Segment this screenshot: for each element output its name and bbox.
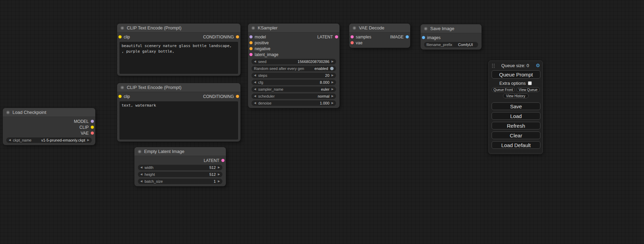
widget-value: 1.000 (320, 101, 329, 105)
collapse-dot-icon[interactable] (138, 150, 141, 153)
CONDITIONING-output-dot[interactable] (236, 35, 239, 38)
node-body: imagesfilename_prefixComfyUI (421, 33, 482, 49)
node-body: clipCONDITIONINGtext, watermark (117, 92, 240, 142)
widget-steps[interactable]: ◀steps20▶ (252, 73, 336, 78)
decrement-arrow-icon[interactable]: ◀ (9, 139, 11, 142)
increment-arrow-icon[interactable]: ▶ (87, 139, 89, 142)
node-title-bar[interactable]: KSampler (248, 24, 339, 33)
samples-input-dot[interactable] (351, 35, 354, 38)
drag-handle-icon[interactable] (491, 63, 495, 68)
node-clip-text-encode-negative[interactable]: CLIP Text Encode (Prompt)clipCONDITIONIN… (117, 83, 240, 142)
node-clip-text-encode-positive[interactable]: CLIP Text Encode (Prompt)clipCONDITIONIN… (117, 24, 240, 76)
decrement-arrow-icon[interactable]: ◀ (254, 60, 256, 63)
load-default-button[interactable]: Load Default (492, 141, 540, 149)
node-title-bar[interactable]: Empty Latent Image (134, 147, 226, 156)
settings-gear-icon[interactable]: ⚙ (536, 63, 540, 68)
widget-height[interactable]: ◀height512▶ (138, 172, 222, 177)
increment-arrow-icon[interactable]: ▶ (332, 60, 334, 63)
decrement-arrow-icon[interactable]: ◀ (254, 95, 256, 98)
queue-panel: Queue size: 0 ⚙ Queue Prompt Extra optio… (488, 61, 543, 154)
refresh-button[interactable]: Refresh (492, 122, 540, 129)
load-button[interactable]: Load (492, 112, 540, 120)
collapse-dot-icon[interactable] (121, 86, 124, 89)
widget-batch_size[interactable]: ◀batch_size1▶ (138, 179, 222, 184)
VAE-output-dot[interactable] (91, 132, 94, 135)
increment-arrow-icon[interactable]: ▶ (218, 180, 220, 183)
widget-value: 512 (209, 172, 215, 177)
decrement-arrow-icon[interactable]: ◀ (140, 166, 142, 169)
LATENT-output-dot[interactable] (335, 35, 338, 38)
view-history-button[interactable]: View History (503, 93, 529, 98)
node-empty-latent-image[interactable]: Empty Latent ImageLATENT◀width512▶◀heigh… (134, 147, 226, 186)
prompt-textarea[interactable]: text, watermark (120, 101, 238, 139)
LATENT-output-dot[interactable] (221, 159, 224, 162)
widget-denoise[interactable]: ◀denoise1.000▶ (252, 100, 336, 106)
MODEL-output-dot[interactable] (91, 120, 94, 123)
node-title-bar[interactable]: Save Image (421, 24, 482, 33)
widget-filename_prefix[interactable]: filename_prefixComfyUI (424, 42, 478, 47)
increment-arrow-icon[interactable]: ▶ (332, 102, 334, 105)
queue-prompt-button[interactable]: Queue Prompt (492, 70, 540, 79)
node-title-bar[interactable]: CLIP Text Encode (Prompt) (117, 24, 240, 33)
increment-arrow-icon[interactable]: ▶ (332, 88, 334, 91)
clear-button[interactable]: Clear (492, 132, 540, 139)
increment-arrow-icon[interactable]: ▶ (332, 95, 334, 98)
decrement-arrow-icon[interactable]: ◀ (140, 173, 142, 176)
vae-input-dot[interactable] (351, 41, 354, 44)
increment-arrow-icon[interactable]: ▶ (218, 173, 220, 176)
node-title-bar[interactable]: VAE Decode (349, 24, 410, 33)
widget-label: Random seed after every gen (254, 66, 304, 71)
increment-arrow-icon[interactable]: ▶ (332, 74, 334, 77)
toggle-knob-icon[interactable] (330, 67, 334, 70)
input-slot-label: latent_image (255, 52, 279, 57)
collapse-dot-icon[interactable] (353, 26, 356, 30)
extra-options-checkbox[interactable] (528, 81, 532, 85)
input-slot-clip: clip (118, 94, 130, 99)
widget-seed[interactable]: ◀seed156680208700286▶ (252, 59, 336, 64)
collapse-dot-icon[interactable] (424, 27, 427, 30)
collapse-dot-icon[interactable] (6, 111, 10, 114)
prompt-textarea[interactable]: beautiful scenery nature glass bottle la… (120, 42, 238, 74)
save-button[interactable]: Save (492, 102, 540, 110)
decrement-arrow-icon[interactable]: ◀ (254, 88, 256, 91)
node-load-checkpoint[interactable]: Load CheckpointMODELCLIPVAE◀ckpt_namev1-… (3, 108, 95, 145)
collapse-dot-icon[interactable] (252, 26, 255, 30)
widget-scheduler[interactable]: ◀schedulernormal▶ (252, 93, 336, 99)
clip-input-dot[interactable] (118, 95, 122, 98)
node-save-image[interactable]: Save Imageimagesfilename_prefixComfyUI (421, 24, 482, 49)
widget-ckpt_name[interactable]: ◀ckpt_namev1-5-pruned-emaonly.ckpt▶ (6, 137, 92, 143)
input-slot-vae: vae (351, 40, 362, 45)
increment-arrow-icon[interactable]: ▶ (332, 81, 334, 84)
widget-width[interactable]: ◀width512▶ (138, 165, 222, 170)
widget-Random seed after every gen[interactable]: Random seed after every genenabled (252, 66, 336, 71)
graph-canvas[interactable]: Load CheckpointMODELCLIPVAE◀ckpt_namev1-… (0, 0, 644, 244)
widget-sampler_name[interactable]: ◀sampler_nameeuler▶ (252, 87, 336, 92)
node-title-bar[interactable]: CLIP Text Encode (Prompt) (117, 83, 240, 92)
decrement-arrow-icon[interactable]: ◀ (254, 102, 256, 105)
output-slot-label: LATENT (204, 158, 219, 163)
collapse-dot-icon[interactable] (121, 26, 124, 30)
clip-input-dot[interactable] (118, 35, 122, 38)
widget-cfg[interactable]: ◀cfg8.000▶ (252, 80, 336, 85)
decrement-arrow-icon[interactable]: ◀ (140, 180, 142, 183)
images-input-dot[interactable] (422, 36, 425, 39)
extra-options-row: Extra options (489, 81, 542, 86)
slot-row: VAE (3, 130, 95, 136)
queue-front-button[interactable]: Queue Front (492, 87, 515, 92)
latent_image-input-dot[interactable] (249, 53, 253, 56)
negative-input-dot[interactable] (249, 47, 253, 50)
CONDITIONING-output-dot[interactable] (236, 95, 239, 98)
CLIP-output-dot[interactable] (91, 126, 94, 129)
input-slot-label: model (255, 35, 266, 39)
node-title-bar[interactable]: Load Checkpoint (3, 108, 95, 117)
IMAGE-output-dot[interactable] (406, 35, 409, 38)
increment-arrow-icon[interactable]: ▶ (218, 166, 220, 169)
model-input-dot[interactable] (249, 35, 253, 38)
decrement-arrow-icon[interactable]: ◀ (254, 81, 256, 84)
view-queue-button[interactable]: View Queue (517, 87, 540, 92)
node-vae-decode[interactable]: VAE DecodesamplesIMAGEvae (349, 24, 410, 48)
positive-input-dot[interactable] (249, 41, 253, 44)
queue-small-buttons: Queue Front View Queue (492, 87, 540, 92)
decrement-arrow-icon[interactable]: ◀ (254, 74, 256, 77)
node-ksampler[interactable]: KSamplermodelLATENTpositivenegativelaten… (248, 24, 339, 108)
